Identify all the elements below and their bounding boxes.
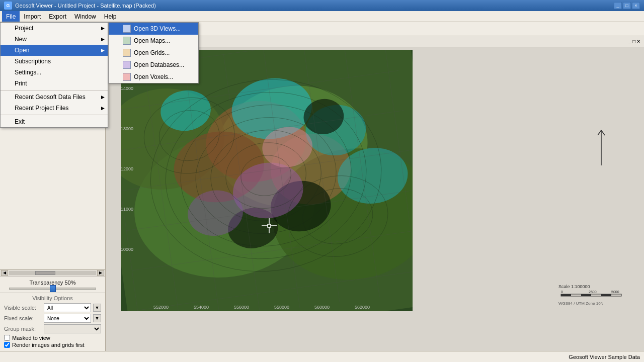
file-menu-dropdown: Project New Open Subscriptions Settings.… [0,22,108,128]
svg-text:556000: 556000 [234,305,249,310]
scroll-right-btn[interactable]: ▶ [97,270,104,276]
svg-text:554000: 554000 [194,305,209,310]
maximize-btn[interactable]: □ [623,2,631,9]
menu-settings[interactable]: Settings... [1,67,108,78]
menu-print[interactable]: Print [1,78,108,89]
render-images-checkbox[interactable] [4,342,10,348]
menu-new[interactable]: New [1,34,108,45]
open-label: Open [15,47,29,54]
menu-help[interactable]: Help [100,11,121,22]
scale-label: Scale 1:100000 [558,284,624,289]
title-controls: _ □ × [614,2,640,9]
menu-import[interactable]: Import [20,11,45,22]
topo-map-svg: 552000 554000 556000 558000 560000 56200… [121,50,413,311]
settings-label: Settings... [15,69,41,76]
group-mask-label: Group mask: [4,326,42,332]
menu-window[interactable]: Window [70,11,100,22]
visibility-section: Visibility Options Visible scale: All ▼ … [0,293,105,351]
svg-text:5000: 5000 [611,290,619,294]
menu-exit[interactable]: Exit [1,116,108,127]
new-label: New [15,36,27,43]
svg-text:814000: 814000 [121,86,133,91]
menu-project[interactable]: Project [1,23,108,34]
visible-scale-label: Visible scale: [4,305,42,311]
open-voxels[interactable]: Open Voxels... [109,71,198,83]
open-databases[interactable]: Open Databases... [109,59,198,71]
map-content[interactable]: 552000 554000 556000 558000 560000 56200… [106,47,644,351]
transparency-track [9,288,96,290]
close-btn[interactable]: × [632,2,640,9]
masked-to-view-checkbox[interactable] [4,335,10,341]
svg-text:552000: 552000 [153,305,169,310]
menu-recent-projects[interactable]: Recent Project Files [1,103,108,114]
svg-rect-66 [561,294,571,296]
svg-text:2500: 2500 [589,290,597,294]
svg-line-63 [601,130,605,135]
open-voxels-label: Open Voxels... [134,73,173,80]
open-3d-views[interactable]: Open 3D Views... [109,23,198,35]
open-grids[interactable]: Open Grids... [109,47,198,59]
svg-line-62 [598,130,601,135]
transparency-section: Transparency 50% [0,276,105,293]
compass-area: N [589,128,614,169]
fixed-scale-label: Fixed scale: [4,315,42,321]
fixed-scale-btn[interactable]: ▼ [93,314,101,322]
satellite-close-btn[interactable]: _ □ × [628,39,640,44]
open-grids-label: Open Grids... [134,49,170,56]
scale-bar-area: Scale 1:100000 0 2500 5000 WGS84 / UTM Z… [558,284,624,306]
scroll-left-btn[interactable]: ◀ [1,270,8,276]
databases-icon [123,61,131,69]
utm-label: WGS84 / UTM Zone 16N [558,301,624,306]
grids-icon [123,49,131,57]
svg-rect-68 [601,294,611,296]
svg-text:0: 0 [561,290,563,294]
compass-svg: N [589,128,614,168]
open-submenu: Open 3D Views... Open Maps... Open Grids… [108,22,199,83]
menu-file[interactable]: File [2,11,20,22]
exit-label: Exit [15,118,25,125]
svg-text:560000: 560000 [314,305,330,310]
open-databases-label: Open Databases... [134,61,184,68]
menu-recent-data[interactable]: Recent Geosoft Data Files [1,92,108,103]
panel-scrollbar[interactable]: ◀ ▶ [0,269,105,276]
visible-scale-select[interactable]: All [44,303,91,312]
svg-text:813000: 813000 [121,126,133,131]
title-text: Geosoft Viewer - Untitled Project - Sate… [15,3,156,9]
minimize-btn[interactable]: _ [614,2,622,9]
menu-subscriptions[interactable]: Subscriptions [1,56,108,67]
recent-projects-label: Recent Project Files [15,105,68,112]
svg-text:562000: 562000 [355,305,370,310]
menu-export[interactable]: Export [45,11,70,22]
voxels-icon [123,73,131,81]
masked-to-view-label: Masked to view [12,335,50,341]
open-3d-label: Open 3D Views... [134,25,181,32]
print-label: Print [15,80,27,87]
title-bar: G Geosoft Viewer - Untitled Project - Sa… [0,0,644,11]
open-maps-label: Open Maps... [134,37,170,44]
svg-text:811000: 811000 [121,207,133,212]
3d-views-icon [123,25,131,33]
subscriptions-label: Subscriptions [15,58,51,65]
transparency-thumb[interactable] [50,285,56,292]
render-images-label: Render images and grids first [12,342,85,348]
open-maps[interactable]: Open Maps... [109,35,198,47]
visible-scale-btn[interactable]: ▼ [93,304,101,312]
maps-icon [123,37,131,45]
menu-open[interactable]: Open [1,45,108,56]
menu-bar: File Import Export Window Help [0,11,644,22]
svg-rect-67 [581,294,591,296]
svg-text:558000: 558000 [274,305,289,310]
group-mask-select[interactable] [44,324,101,333]
recent-data-label: Recent Geosoft Data Files [15,94,86,101]
status-bar: Geosoft Viewer Sample Data [0,351,644,362]
svg-text:812000: 812000 [121,166,133,171]
fixed-scale-select[interactable]: None [44,314,91,323]
visibility-title: Visibility Options [4,295,101,301]
project-label: Project [15,25,33,32]
status-text: Geosoft Viewer Sample Data [569,354,640,360]
svg-text:810000: 810000 [121,247,133,252]
app-icon: G [4,2,12,10]
